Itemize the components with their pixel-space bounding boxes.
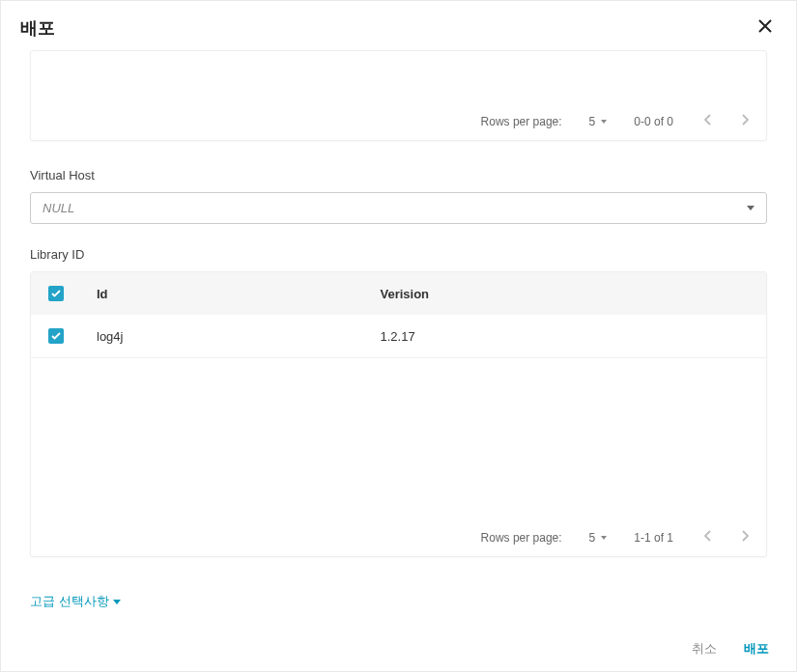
library-pagination: Rows per page: 5 1-1 of 1	[31, 518, 766, 556]
library-table-card: Id Verision log4j 1.2.17 Rows per page: …	[30, 271, 767, 557]
caret-down-icon	[601, 536, 607, 540]
virtual-host-label: Virtual Host	[30, 168, 767, 182]
upper-pagination: Rows per page: 5 0-0 of 0	[31, 102, 766, 140]
page-range: 1-1 of 1	[634, 531, 673, 545]
prev-page-button[interactable]	[700, 112, 716, 130]
rows-per-page-label: Rows per page:	[481, 531, 562, 545]
page-range: 0-0 of 0	[634, 115, 673, 128]
prev-page-button[interactable]	[700, 528, 716, 546]
rows-per-page-value: 5	[589, 115, 596, 128]
cancel-button[interactable]: 취소	[692, 640, 717, 658]
cell-version: 1.2.17	[380, 329, 749, 344]
virtual-host-value: NULL	[43, 201, 74, 215]
chevron-right-icon	[741, 114, 749, 126]
row-checkbox[interactable]	[48, 328, 64, 344]
column-header-id[interactable]: Id	[97, 287, 380, 301]
table-header: Id Verision	[31, 272, 766, 315]
check-icon	[51, 290, 61, 297]
cell-id: log4j	[97, 329, 380, 344]
dialog-title: 배포	[20, 16, 55, 40]
next-page-button[interactable]	[737, 112, 753, 130]
caret-down-icon	[747, 206, 754, 210]
rows-per-page-select[interactable]: 5	[589, 531, 608, 545]
rows-per-page-label: Rows per page:	[481, 115, 562, 128]
select-all-checkbox[interactable]	[48, 286, 64, 301]
upper-table-card: Rows per page: 5 0-0 of 0	[30, 50, 767, 141]
rows-per-page-select[interactable]: 5	[589, 115, 608, 128]
table-row[interactable]: log4j 1.2.17	[31, 315, 766, 358]
chevron-right-icon	[741, 530, 749, 542]
caret-down-icon	[113, 600, 121, 604]
close-icon	[757, 18, 773, 38]
column-header-version[interactable]: Verision	[380, 287, 749, 301]
close-button[interactable]	[754, 14, 777, 41]
deploy-button[interactable]: 배포	[744, 640, 769, 658]
chevron-left-icon	[704, 114, 712, 126]
advanced-options-toggle[interactable]: 고급 선택사항	[30, 593, 121, 610]
caret-down-icon	[601, 120, 607, 124]
rows-per-page-value: 5	[589, 531, 596, 545]
check-icon	[51, 332, 61, 340]
next-page-button[interactable]	[737, 528, 753, 546]
virtual-host-select[interactable]: NULL	[30, 192, 767, 224]
dialog-footer: 취소 배포	[692, 640, 769, 658]
advanced-options-label: 고급 선택사항	[30, 593, 109, 610]
chevron-left-icon	[704, 530, 712, 542]
library-id-label: Library ID	[30, 247, 767, 262]
